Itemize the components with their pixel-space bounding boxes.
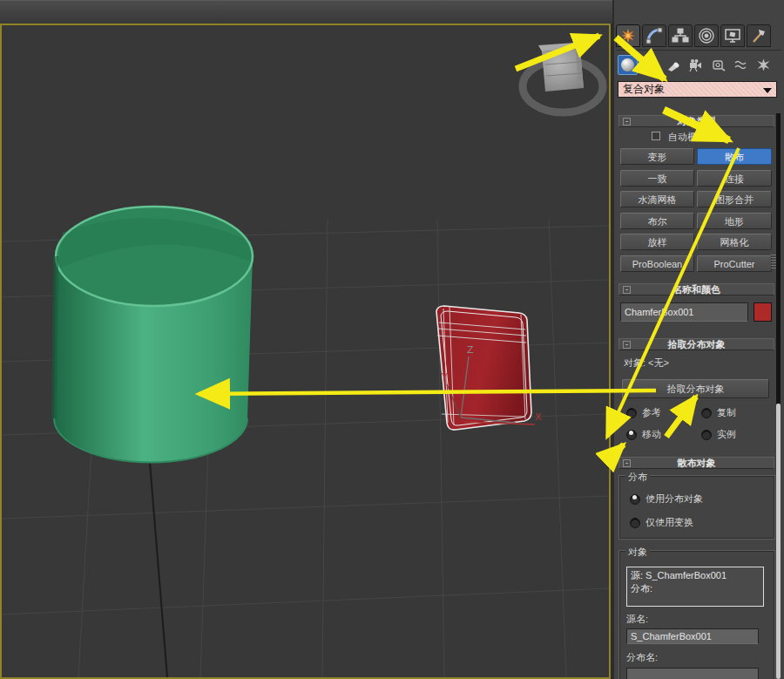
button-proboolean[interactable]: ProBoolean [620,255,694,272]
radio-instance-label: 实例 [717,428,736,441]
command-panel: 复合对象 - 对象类型 自动栅格 变形 散布 一致 连接 水滴网格 图形合并 布… [614,0,784,679]
helpers-icon [711,58,726,72]
rollout-name-color[interactable]: - 名称和颜色 [618,283,774,295]
collapse-icon[interactable]: - [623,341,631,349]
button-blobmesh[interactable]: 水滴网格 [620,191,694,207]
source-name-label: 源名: [626,613,648,626]
category-dropdown[interactable]: 复合对象 [618,81,777,98]
rollout-scatter-objects[interactable]: - 散布对象 [618,457,774,469]
button-scatter[interactable]: 散布 [697,148,772,165]
radio-reference[interactable]: 参考 [626,406,661,419]
distribution-name-field[interactable] [626,668,759,679]
button-shapemerge[interactable]: 图形合并 [697,191,772,207]
pick-distribution-button[interactable]: 拾取分布对象 [622,379,769,398]
rollout-object-type-title: 对象类型 [678,116,716,126]
tab-motion[interactable] [694,24,719,47]
radio-dot [701,430,712,440]
command-panel-tabs [616,24,781,51]
use-distribution-object-label: 使用分布对象 [645,492,703,506]
distribution-groupbox: 分布 [619,476,774,539]
radio-instance[interactable]: 实例 [701,428,736,441]
distribution-group-title: 分布 [625,471,650,484]
object-name-field[interactable] [620,302,748,322]
list-item-source[interactable]: 源: S_ChamferBox001 [631,569,760,582]
view-cube[interactable] [523,43,603,112]
radio-dot [701,408,712,418]
tab-create[interactable] [616,24,640,47]
object-color-swatch[interactable] [754,302,772,322]
axis-label-y: Y [441,371,448,383]
button-connect[interactable]: 连接 [697,170,772,187]
panel-scrollbar-thumb[interactable] [776,404,781,679]
viewport-canvas: Z Y X [2,25,609,677]
cameras-icon [688,58,703,72]
category-icons-row [618,53,781,76]
spacewarps-icon [733,58,748,72]
radio-move[interactable]: 移动 [626,428,661,441]
modify-tab-icon [645,27,663,44]
category-lights[interactable] [663,55,683,75]
panel-scrollbar-track[interactable] [776,113,781,679]
motion-tab-icon [698,27,715,44]
collapse-icon[interactable]: - [623,459,631,467]
radio-move-label: 移动 [642,428,661,441]
rollout-pick-distribution-title: 拾取分布对象 [668,339,726,350]
category-dropdown-value: 复合对象 [623,82,665,97]
hierarchy-tab-icon [672,27,689,44]
shapes-icon [643,58,658,72]
tab-modify[interactable] [642,24,666,47]
category-cameras[interactable] [686,55,706,75]
green-cylinder[interactable] [54,207,253,462]
transforms-only-label: 仅使用变换 [645,516,693,529]
autogrid-checkbox[interactable] [652,132,660,140]
objects-group-title: 对象 [625,546,650,559]
axis-label-x: X [535,411,542,423]
radio-transforms-only[interactable]: 仅使用变换 [630,516,693,529]
distribution-name-label: 分布名: [626,651,658,664]
category-systems[interactable] [754,55,774,75]
category-geometry[interactable] [618,55,638,75]
systems-icon [756,58,771,72]
radio-copy[interactable]: 复制 [701,406,736,419]
radio-dot-selected [626,430,637,440]
main-toolbar-strip [0,0,612,24]
category-spacewarps[interactable] [731,55,751,75]
radio-dot [630,518,640,528]
geometry-icon [620,58,635,72]
rollout-pick-distribution[interactable]: - 拾取分布对象 [618,338,774,350]
button-terrain[interactable]: 地形 [697,213,772,229]
collapse-icon[interactable]: - [623,118,631,126]
utilities-tab-icon [750,27,767,44]
lights-icon [666,58,680,72]
axis-label-z: Z [467,344,474,356]
chevron-down-icon [763,88,772,93]
radio-reference-label: 参考 [642,406,661,419]
button-procutter[interactable]: ProCutter [697,255,772,272]
red-chamfer-box[interactable] [436,306,531,430]
radio-use-distribution-object[interactable]: 使用分布对象 [630,492,703,506]
button-mesher[interactable]: 网格化 [697,234,772,250]
button-boolean[interactable]: 布尔 [620,213,694,229]
distribution-object-label: 对象: <无> [624,356,669,370]
source-name-field[interactable] [626,628,759,644]
category-helpers[interactable] [708,55,728,75]
button-loft[interactable]: 放样 [620,234,694,250]
list-item-distribution[interactable]: 分布: [631,582,760,595]
collapse-icon[interactable]: - [623,286,631,294]
tab-hierarchy[interactable] [668,24,693,47]
autogrid-label: 自动栅格 [668,131,706,144]
radio-copy-label: 复制 [717,406,736,419]
tab-utilities[interactable] [747,24,771,47]
create-tab-icon [619,27,637,44]
tab-display[interactable] [720,24,745,47]
rollout-object-type[interactable]: - 对象类型 [618,115,774,127]
button-morph[interactable]: 变形 [620,148,694,165]
category-shapes[interactable] [640,55,660,75]
perspective-viewport[interactable]: Z Y X [0,24,611,679]
3dsmax-window: Z Y X [0,0,784,679]
rollout-scatter-objects-title: 散布对象 [678,458,716,468]
radio-dot [626,408,637,418]
scatter-objects-list[interactable]: 源: S_ChamferBox001 分布: [626,567,764,607]
radio-dot-selected [630,494,640,505]
button-conform[interactable]: 一致 [620,170,694,187]
